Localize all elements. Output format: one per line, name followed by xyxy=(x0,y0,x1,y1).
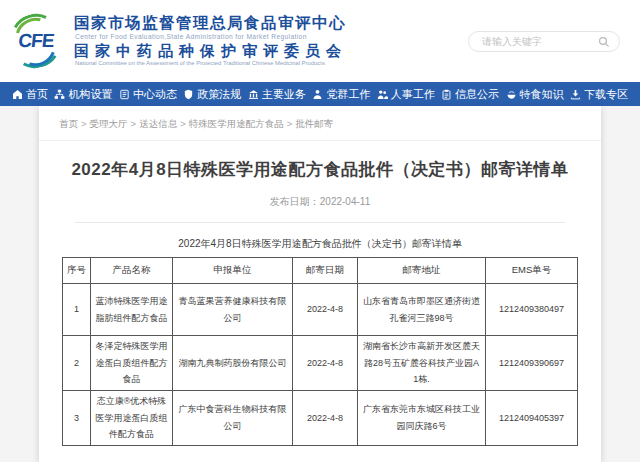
column-header: 邮寄日期 xyxy=(293,258,358,284)
ems-number-cell: 1212409405397 xyxy=(486,390,578,445)
product-name-cell: 态立康®优术特殊医学用途蛋白质组件配方食品 xyxy=(91,390,173,445)
site-header: CFE 国家市场监督管理总局食品审评中心 Center for Food Eva… xyxy=(0,0,640,82)
nav-item-label: 人事工作 xyxy=(391,87,435,102)
applicant-cell: 青岛蓝果营养健康科技有限公司 xyxy=(173,284,293,336)
breadcrumb-item[interactable]: 批件邮寄 xyxy=(295,118,333,129)
mail-address-cell: 湖南省长沙市高新开发区麓天路28号五矿麓谷科技产业园A1栋. xyxy=(358,336,486,391)
nav-item[interactable]: 政策法规 xyxy=(183,87,241,102)
row-index-cell: 1 xyxy=(63,284,91,336)
applicant-cell: 湖南九典制药股份有限公司 xyxy=(173,336,293,391)
org-chart-icon xyxy=(54,89,65,100)
breadcrumb-separator: > xyxy=(180,118,186,129)
table-body: 1蓝沛特殊医学用途脂肪组件配方食品青岛蓝果营养健康科技有限公司2022-4-8山… xyxy=(63,284,578,446)
org-subtitle-en: National Committee on the Assessment of … xyxy=(75,60,347,66)
nav-item[interactable]: 机构设置 xyxy=(54,87,112,102)
nav-item-label: 信息公示 xyxy=(455,87,499,102)
column-header: 序号 xyxy=(63,258,91,284)
nav-item[interactable]: 党群工作 xyxy=(312,87,370,102)
home-icon xyxy=(12,89,23,100)
person-icon xyxy=(312,89,323,100)
mail-address-cell: 广东省东莞市东城区科技工业园同庆路6号 xyxy=(358,390,486,445)
mail-details-table: 序号产品名称申报单位邮寄日期邮寄地址EMS单号 1蓝沛特殊医学用途脂肪组件配方食… xyxy=(62,257,578,446)
table-caption: 2022年4月8日特殊医学用途配方食品批件（决定书）邮寄详情单 xyxy=(39,237,601,251)
breadcrumb-separator: > xyxy=(287,118,293,129)
breadcrumb-item[interactable]: 受理大厅 xyxy=(90,118,128,129)
ems-number-cell: 1212409380497 xyxy=(486,284,578,336)
logo-text: CFE xyxy=(17,30,54,52)
mail-date-cell: 2022-4-8 xyxy=(293,284,358,336)
bank-icon xyxy=(248,89,259,100)
nav-item[interactable]: 人事工作 xyxy=(377,87,435,102)
mail-date-cell: 2022-4-8 xyxy=(293,336,358,391)
nav-item-label: 首页 xyxy=(26,87,48,102)
column-header: 产品名称 xyxy=(91,258,173,284)
nav-item-label: 中心动态 xyxy=(133,87,177,102)
nav-item[interactable]: 主要业务 xyxy=(248,87,306,102)
nav-item-label: 特食知识 xyxy=(520,87,564,102)
cfe-logo[interactable]: CFE xyxy=(8,13,64,69)
page-title: 2022年4月8日特殊医学用途配方食品批件（决定书）邮寄详情单 xyxy=(67,158,573,181)
ems-number-cell: 1212409390697 xyxy=(486,336,578,391)
nav-item-label: 主要业务 xyxy=(262,87,306,102)
breadcrumb-item[interactable]: 首页 xyxy=(59,118,78,129)
org-title-en: Center for Food Evaluation,State Adminis… xyxy=(75,34,347,41)
column-header: 申报单位 xyxy=(173,258,293,284)
breadcrumb-item[interactable]: 特殊医学用途配方食品 xyxy=(189,118,284,129)
breadcrumb-item[interactable]: 送达信息 xyxy=(139,118,177,129)
org-subtitle-cn: 国家中药品种保护审评委员会 xyxy=(74,43,347,59)
download-icon xyxy=(570,89,581,100)
nav-item-label: 下载专区 xyxy=(584,87,628,102)
news-icon xyxy=(119,89,130,100)
org-title-block: 国家市场监督管理总局食品审评中心 Center for Food Evaluat… xyxy=(74,15,347,66)
nav-item-label: 政策法规 xyxy=(197,87,241,102)
people-icon xyxy=(377,89,388,100)
publish-date: 发布日期：2022-04-11 xyxy=(75,195,565,223)
main-nav: 首页 机构设置 中心动态 政策法规 主要业务 党群工作 人事工作 信息公示 特食… xyxy=(0,82,640,106)
search-icon[interactable] xyxy=(598,36,610,48)
site-search xyxy=(468,31,620,52)
applicant-cell: 广东中食营科生物科技有限公司 xyxy=(173,390,293,445)
row-index-cell: 3 xyxy=(63,390,91,445)
product-name-cell: 蓝沛特殊医学用途脂肪组件配方食品 xyxy=(91,284,173,336)
column-header: 邮寄地址 xyxy=(358,258,486,284)
breadcrumb: 首页>受理大厅>送达信息>特殊医学用途配方食品>批件邮寄 xyxy=(39,106,601,141)
column-header: EMS单号 xyxy=(486,258,578,284)
clipboard-icon xyxy=(441,89,452,100)
product-name-cell: 冬泽定特殊医学用途蛋白质组件配方食品 xyxy=(91,336,173,391)
nav-item-label: 党群工作 xyxy=(326,87,370,102)
nav-item-label: 机构设置 xyxy=(68,87,112,102)
org-title-cn: 国家市场监督管理总局食品审评中心 xyxy=(74,15,347,31)
nav-item[interactable]: 信息公示 xyxy=(441,87,499,102)
table-header-row: 序号产品名称申报单位邮寄日期邮寄地址EMS单号 xyxy=(63,258,578,284)
mail-address-cell: 山东省青岛市即墨区通济街道孔雀河三路98号 xyxy=(358,284,486,336)
table-row: 1蓝沛特殊医学用途脂肪组件配方食品青岛蓝果营养健康科技有限公司2022-4-8山… xyxy=(63,284,578,336)
nav-item[interactable]: 首页 xyxy=(12,87,48,102)
mail-date-cell: 2022-4-8 xyxy=(293,390,358,445)
nav-item[interactable]: 下载专区 xyxy=(570,87,628,102)
table-row: 3态立康®优术特殊医学用途蛋白质组件配方食品广东中食营科生物科技有限公司2022… xyxy=(63,390,578,445)
shield-icon xyxy=(183,89,194,100)
row-index-cell: 2 xyxy=(63,336,91,391)
nav-item[interactable]: 中心动态 xyxy=(119,87,177,102)
nav-item[interactable]: 特食知识 xyxy=(506,87,564,102)
content-card: 首页>受理大厅>送达信息>特殊医学用途配方食品>批件邮寄 2022年4月8日特殊… xyxy=(39,106,601,462)
food-icon xyxy=(506,89,517,100)
breadcrumb-separator: > xyxy=(81,118,87,129)
breadcrumb-separator: > xyxy=(131,118,137,129)
table-row: 2冬泽定特殊医学用途蛋白质组件配方食品湖南九典制药股份有限公司2022-4-8湖… xyxy=(63,336,578,391)
